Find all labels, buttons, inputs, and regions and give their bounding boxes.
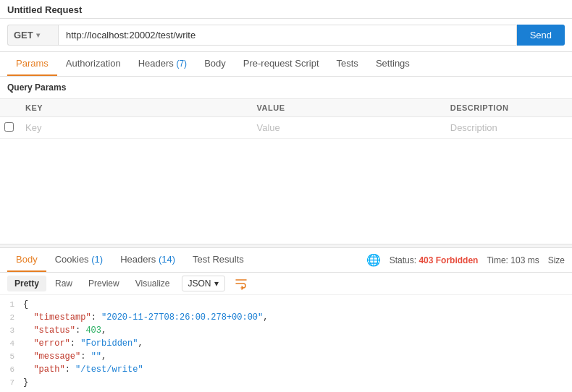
code-line-4: 4 "error": "Forbidden",: [0, 337, 572, 350]
request-tabs: Params Authorization Headers (7) Body Pr…: [0, 52, 572, 77]
json-format-dropdown[interactable]: JSON ▾: [182, 276, 225, 291]
key-placeholder: Key: [25, 122, 41, 133]
key-col-header: KEY: [18, 99, 250, 117]
params-table: KEY VALUE DESCRIPTION Key Value Descript…: [0, 98, 572, 139]
response-body-code: 1 { 2 "timestamp": "2020-11-27T08:26:00.…: [0, 295, 572, 392]
code-line-7: 7 }: [0, 376, 572, 389]
method-label: GET: [14, 30, 33, 41]
value-col-header: VALUE: [250, 99, 443, 117]
method-select[interactable]: GET ▾: [7, 25, 58, 46]
tab-authorization[interactable]: Authorization: [57, 52, 130, 76]
page-title: Untitled Request: [7, 4, 82, 15]
chevron-down-icon: ▾: [36, 31, 40, 39]
send-button[interactable]: Send: [517, 25, 565, 46]
desc-col-header: DESCRIPTION: [443, 99, 572, 117]
status-badge: 403 Forbidden: [419, 255, 478, 265]
query-params-label: Query Params: [0, 77, 572, 98]
resp-tab-headers[interactable]: Headers (14): [112, 248, 184, 272]
tab-params[interactable]: Params: [7, 52, 57, 76]
code-line-5: 5 "message": "",: [0, 350, 572, 363]
tab-tests[interactable]: Tests: [328, 52, 367, 76]
fmt-tab-pretty[interactable]: Pretty: [7, 276, 46, 291]
tab-headers[interactable]: Headers (7): [130, 52, 195, 76]
resp-tab-cookies[interactable]: Cookies (1): [46, 248, 112, 272]
body-format-bar: Pretty Raw Preview Visualize JSON ▾: [0, 273, 572, 295]
response-tabs-bar: Body Cookies (1) Headers (14) Test Resul…: [0, 248, 572, 273]
fmt-tab-raw[interactable]: Raw: [48, 276, 80, 291]
value-placeholder: Value: [257, 122, 280, 133]
chevron-down-icon: ▾: [214, 278, 219, 289]
row-checkbox[interactable]: [4, 122, 14, 132]
globe-icon: 🌐: [366, 253, 381, 267]
code-line-2: 2 "timestamp": "2020-11-27T08:26:00.278+…: [0, 311, 572, 324]
fmt-tab-preview[interactable]: Preview: [81, 276, 127, 291]
code-line-3: 3 "status": 403,: [0, 324, 572, 337]
tab-pre-request-script[interactable]: Pre-request Script: [235, 52, 328, 76]
tab-body[interactable]: Body: [195, 52, 235, 76]
wrap-icon[interactable]: [232, 276, 250, 291]
table-row: Key Value Description: [0, 117, 572, 139]
code-line-1: 1 {: [0, 298, 572, 311]
status-label: Status: 403 Forbidden: [390, 255, 479, 265]
code-line-6: 6 "path": "/test/write": [0, 363, 572, 376]
fmt-tab-visualize[interactable]: Visualize: [128, 276, 177, 291]
time-label: Time: 103 ms: [487, 255, 539, 265]
url-input[interactable]: [58, 25, 517, 46]
resp-tab-body[interactable]: Body: [7, 248, 46, 272]
tab-settings[interactable]: Settings: [367, 52, 419, 76]
size-label: Size: [548, 255, 565, 265]
desc-placeholder: Description: [450, 122, 497, 133]
resp-tab-test-results[interactable]: Test Results: [184, 248, 253, 272]
